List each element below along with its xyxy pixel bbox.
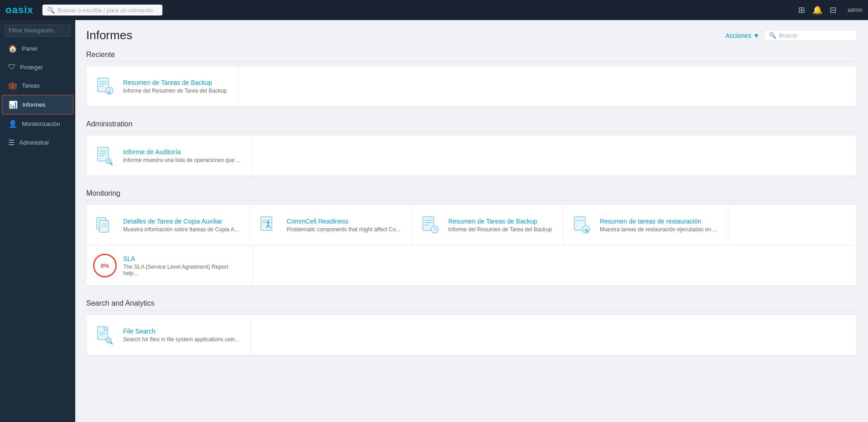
reciente-cards: Resumen de Tareas de Backup Informe del …	[86, 66, 857, 107]
sidebar-item-informes[interactable]: 📊 Informes	[2, 95, 73, 115]
topbar: oasix 🔍 ⊞ 🔔 ⊟ admin	[0, 0, 868, 20]
card-resumen-backup[interactable]: Resumen de Tareas de Backup Informe del …	[87, 66, 238, 106]
section-search-analytics: Search and Analytics	[86, 296, 857, 356]
topbar-icon-area: ⊞ 🔔 ⊟ admin	[798, 5, 863, 15]
card-desc: Informe del Resumen de Tarea del Backup	[123, 88, 227, 94]
card-desc: Search for files in file system applicat…	[123, 336, 239, 343]
sidebar-filter-input[interactable]	[5, 25, 71, 36]
sidebar-item-proteger[interactable]: 🛡 Proteger	[2, 58, 73, 76]
sla-icon: 0%	[93, 254, 117, 277]
sidebar-item-administrar[interactable]: ☰ Administrar	[2, 133, 73, 152]
card-text: Resumen de Tareas de Backup Informe del …	[123, 79, 227, 94]
card-title: SLA	[123, 255, 242, 262]
sidebar-item-label: Proteger	[20, 64, 43, 71]
sidebar-item-label: Administrar	[19, 139, 49, 146]
search-icon: 🔍	[47, 6, 55, 14]
svg-line-34	[110, 342, 112, 344]
card-text: CommCell Readiness Problematic component…	[286, 218, 400, 233]
card-detalles-copia[interactable]: Detalles de Tarea de Copia Auxiliar Mues…	[87, 205, 250, 245]
administration-cards: Informe de Auditoría Informe muestra una…	[86, 135, 857, 177]
card-desc: Problematic components that might affect…	[286, 226, 400, 233]
card-desc: Informe del Resumen de Tarea del Backup	[448, 226, 552, 233]
search-icon: 🔍	[769, 32, 776, 39]
search-analytics-cards: File Search Search for files in file sys…	[86, 314, 857, 356]
card-sla[interactable]: 0% SLA The SLA (Service Level Agreement)…	[87, 245, 253, 286]
tareas-icon: 💼	[8, 81, 17, 90]
card-icon	[93, 144, 117, 167]
chevron-down-icon: ▼	[753, 32, 759, 39]
page-header: Informes Acciones ▼ 🔍	[75, 20, 868, 47]
section-title-administration: Administration	[86, 116, 857, 131]
monitoring-cards: Detalles de Tarea de Copia Auxiliar Mues…	[86, 204, 857, 287]
section-reciente: Reciente	[86, 47, 857, 107]
sidebar: 🏠 Panel 🛡 Proteger 💼 Tareas 📊 Informes 👤…	[0, 20, 75, 422]
main-content: Informes Acciones ▼ 🔍 Reciente	[75, 20, 868, 422]
reciente-cards-row: Resumen de Tareas de Backup Informe del …	[87, 66, 857, 107]
section-title-monitoring: Monitoring	[86, 186, 857, 201]
card-file-search[interactable]: File Search Search for files in file sys…	[87, 315, 251, 355]
card-icon	[256, 213, 280, 237]
card-title: Informe de Auditoría	[123, 148, 240, 156]
sidebar-item-label: Tareas	[22, 82, 40, 89]
page-search-box[interactable]: 🔍	[764, 30, 857, 41]
card-resumen-backup-mon[interactable]: Resumen de Tareas de Backup Informe del …	[412, 205, 563, 245]
monitoring-row-2: 0% SLA The SLA (Service Level Agreement)…	[87, 245, 857, 286]
sidebar-item-label: Informes	[22, 101, 46, 108]
bell-icon[interactable]: 🔔	[812, 5, 822, 15]
sidebar-item-monitorizacion[interactable]: 👤 Monitorización	[2, 115, 73, 133]
card-text: SLA The SLA (Service Level Agreement) Re…	[123, 255, 242, 276]
section-title-reciente: Reciente	[86, 47, 857, 62]
card-icon	[93, 323, 117, 347]
sidebar-item-tareas[interactable]: 💼 Tareas	[2, 76, 73, 95]
page-search-input[interactable]	[779, 32, 852, 39]
card-title: Resumen de Tareas de Backup	[448, 218, 552, 225]
card-icon	[570, 213, 593, 237]
card-title: Resumen de tareas de restauración	[600, 218, 717, 225]
card-text: Resumen de tareas de restauración Muestr…	[600, 218, 717, 233]
card-desc: Muestra información sobre ltareas de Cop…	[123, 226, 239, 233]
sidebar-item-label: Panel	[22, 45, 37, 52]
reports-content: Reciente	[75, 47, 868, 379]
svg-line-10	[110, 163, 112, 165]
card-icon	[93, 213, 117, 237]
layout: 🏠 Panel 🛡 Proteger 💼 Tareas 📊 Informes 👤…	[0, 20, 868, 422]
card-resumen-restauracion[interactable]: Resumen de tareas de restauración Muestr…	[563, 205, 728, 245]
sidebar-item-panel[interactable]: 🏠 Panel	[2, 39, 73, 58]
search-analytics-row: File Search Search for files in file sys…	[87, 315, 857, 355]
sla-circle: 0%	[93, 254, 117, 277]
card-text: Resumen de Tareas de Backup Informe del …	[448, 218, 552, 233]
acciones-button[interactable]: Acciones ▼	[725, 32, 759, 39]
global-search-box[interactable]: 🔍	[42, 5, 162, 16]
card-text: File Search Search for files in file sys…	[123, 328, 239, 343]
card-desc: Informe muestra una lista de operaciones…	[123, 157, 240, 163]
sidebar-item-label: Monitorización	[22, 120, 60, 127]
card-title: Resumen de Tareas de Backup	[123, 79, 227, 86]
svg-rect-16	[261, 217, 272, 230]
monitorizacion-icon: 👤	[8, 120, 17, 128]
page-header-actions: Acciones ▼ 🔍	[725, 30, 857, 41]
apps-icon[interactable]: ⊟	[830, 5, 837, 15]
card-title: CommCell Readiness	[286, 218, 400, 225]
card-text: Informe de Auditoría Informe muestra una…	[123, 148, 240, 163]
card-commcell-readiness[interactable]: CommCell Readiness Problematic component…	[250, 205, 411, 245]
section-title-search-analytics: Search and Analytics	[86, 296, 857, 311]
card-desc: The SLA (Service Level Agreement) Report…	[123, 264, 242, 276]
card-title: Detalles de Tarea de Copia Auxiliar	[123, 218, 239, 225]
informes-icon: 📊	[9, 100, 18, 109]
global-search-input[interactable]	[57, 7, 158, 14]
section-administration: Administration	[86, 116, 857, 177]
page-title: Informes	[86, 28, 132, 42]
card-icon	[418, 213, 442, 237]
logo: oasix	[5, 4, 33, 16]
administration-cards-row: Informe de Auditoría Informe muestra una…	[87, 135, 857, 176]
section-monitoring: Monitoring	[86, 186, 857, 287]
grid-icon[interactable]: ⊞	[798, 5, 805, 15]
user-label: admin	[847, 7, 863, 13]
sidebar-filter[interactable]	[5, 25, 71, 36]
proteger-icon: 🛡	[8, 63, 16, 71]
monitoring-row-1: Detalles de Tarea de Copia Auxiliar Mues…	[87, 205, 857, 245]
administrar-icon: ☰	[8, 138, 15, 147]
card-title: File Search	[123, 328, 239, 335]
card-informe-auditoria[interactable]: Informe de Auditoría Informe muestra una…	[87, 135, 252, 176]
card-text: Detalles de Tarea de Copia Auxiliar Mues…	[123, 218, 239, 233]
